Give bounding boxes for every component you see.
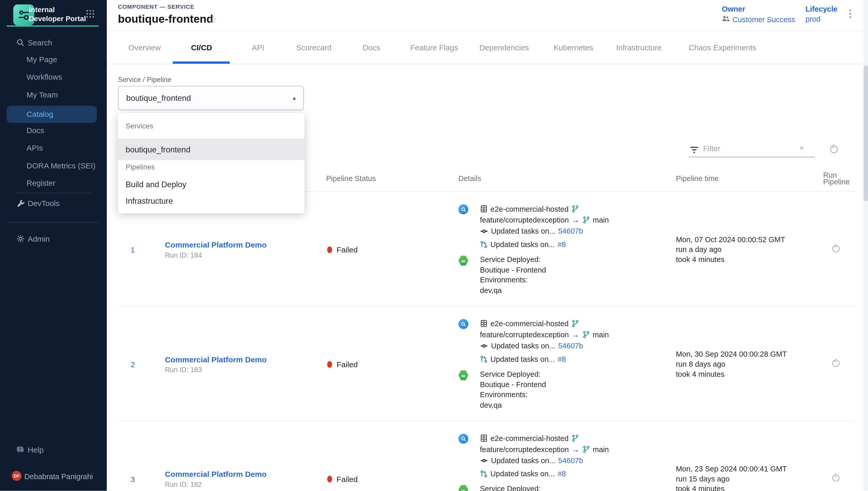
source-branch[interactable]: feature/corruptedexception — [480, 330, 569, 339]
branch-line: feature/corruptedexception → main — [480, 444, 676, 455]
status-text: Failed — [337, 360, 358, 369]
sidebar-item-dora-metrics[interactable]: DORA Metrics (SEI) — [0, 157, 107, 175]
run-index-link[interactable]: 2 — [118, 360, 165, 369]
run-index-link[interactable]: 1 — [118, 245, 165, 254]
deploy-label: Service Deployed: — [480, 484, 676, 491]
sidebar-item-devtools[interactable]: DevTools — [0, 195, 107, 212]
owner-label: Owner — [722, 5, 795, 13]
sidebar-item-register[interactable]: Register — [0, 174, 107, 192]
git-branch-icon — [571, 434, 579, 442]
arrow-right-icon: → — [571, 215, 579, 224]
repo-name[interactable]: e2e-commercial-hosted — [491, 434, 568, 442]
lifecycle-value: prod — [805, 15, 837, 23]
deploy-label: Service Deployed: — [480, 255, 676, 265]
tab-api[interactable]: API — [252, 43, 264, 52]
table-row: 2 Commercial Platform Demo Run ID: 183 F… — [118, 306, 856, 421]
git-branch-icon — [571, 319, 579, 327]
tab-feature-flags[interactable]: Feature Flags — [410, 43, 458, 52]
commit-hash-link[interactable]: 54607b — [558, 227, 583, 235]
pr-number-link[interactable]: #8 — [558, 240, 566, 248]
sidebar-item-catalog[interactable]: Catalog — [7, 106, 97, 123]
brand-title: Internal Developer Portal — [29, 5, 88, 23]
commit-hash-link[interactable]: 54607b — [558, 341, 583, 350]
status-cell: Failed — [326, 474, 458, 483]
favorite-star-icon[interactable]: ☆ — [209, 14, 217, 26]
rerun-pipeline-icon[interactable] — [831, 358, 841, 370]
run-index-link[interactable]: 3 — [118, 474, 165, 483]
filter-icon — [690, 146, 699, 156]
sidebar-item-workflows[interactable]: Workflows — [0, 68, 107, 86]
kebab-menu-icon[interactable] — [846, 9, 854, 21]
sidebar-divider — [15, 193, 91, 193]
sidebar-item-my-page[interactable]: My Page — [0, 50, 107, 68]
main-content: COMPONENT — SERVICE boutique-frontend ☆ … — [107, 0, 868, 491]
repo-name[interactable]: e2e-commercial-hosted — [491, 205, 568, 213]
commit-message: Updated tasks on... — [491, 456, 555, 464]
target-branch[interactable]: main — [593, 330, 609, 339]
pipeline-name-link[interactable]: Commercial Platform Demo — [165, 469, 326, 478]
people-icon — [722, 15, 730, 24]
tab-docs[interactable]: Docs — [363, 43, 380, 52]
sidebar-item-apis[interactable]: APIs — [0, 139, 107, 157]
tab-chaos-experiments[interactable]: Chaos Experiments — [689, 43, 756, 52]
run-ago: run a day ago — [676, 244, 823, 255]
rerun-pipeline-icon[interactable] — [831, 473, 841, 485]
failed-status-dot — [327, 475, 332, 482]
sidebar-item-help[interactable]: ? Help — [0, 441, 107, 459]
user-name[interactable]: Debabrata Panigrahi — [25, 472, 93, 481]
entity-kind-label: COMPONENT — SERVICE — [118, 3, 194, 10]
rerun-pipeline-icon[interactable] — [831, 243, 841, 256]
git-branch-icon — [571, 205, 579, 213]
tab-kubernetes[interactable]: Kubernetes — [554, 43, 593, 52]
target-branch[interactable]: main — [593, 216, 609, 224]
header-divider — [107, 30, 868, 31]
tab-overview[interactable]: Overview — [128, 43, 160, 52]
pipeline-name-cell: Commercial Platform Demo Run ID: 184 — [165, 240, 326, 259]
repo-name[interactable]: e2e-commercial-hosted — [491, 319, 568, 327]
active-tab-underline — [173, 61, 229, 63]
pipeline-name-link[interactable]: Commercial Platform Demo — [165, 240, 326, 249]
refresh-icon[interactable] — [829, 144, 839, 156]
scrollbar-thumb[interactable] — [864, 65, 868, 201]
sidebar-item-docs[interactable]: Docs — [0, 121, 107, 139]
filter-field[interactable]: Filter × — [689, 141, 832, 159]
environments-label: Environments: — [480, 276, 676, 286]
status-cell: Failed — [326, 245, 458, 254]
header-run-pipeline: Run Pipeline — [823, 172, 856, 185]
pr-number-link[interactable]: #8 — [558, 355, 566, 363]
pr-number-link[interactable]: #8 — [558, 469, 566, 478]
cd-stage-icon: ∞ — [459, 484, 480, 491]
menu-option-infrastructure[interactable]: Infrastructure — [118, 191, 305, 212]
source-branch[interactable]: feature/corruptedexception — [480, 445, 569, 453]
pipeline-select[interactable]: boutique_frontend ▲ — [118, 86, 304, 110]
sidebar-item-admin[interactable]: Admin — [0, 230, 107, 248]
commit-message: Updated tasks on... — [491, 341, 555, 350]
sidebar-item-search[interactable]: Search — [0, 34, 107, 52]
source-branch[interactable]: feature/corruptedexception — [480, 216, 569, 224]
repo-line: e2e-commercial-hosted — [480, 203, 676, 214]
menu-option-boutique-frontend[interactable]: boutique_frontend — [118, 139, 305, 160]
pull-request-icon — [480, 469, 488, 478]
branch-line: feature/corruptedexception → main — [480, 329, 676, 340]
run-ago: run 8 days ago — [676, 359, 823, 369]
commit-hash-link[interactable]: 54607b — [558, 456, 583, 464]
tab-scorecard[interactable]: Scorecard — [296, 43, 332, 52]
header-pipeline-time: Pipeline time — [676, 175, 823, 183]
owner-value[interactable]: Customer Success — [722, 15, 795, 24]
tab-infrastructure[interactable]: Infrastructure — [616, 43, 662, 52]
pipeline-time-cell: Mon, 30 Sep 2024 00:00:28 GMT run 8 days… — [676, 349, 823, 379]
repository-icon — [480, 205, 488, 213]
target-branch[interactable]: main — [593, 445, 609, 453]
gear-icon — [16, 234, 26, 243]
clear-filter-icon[interactable]: × — [800, 143, 804, 152]
pipeline-name-link[interactable]: Commercial Platform Demo — [165, 355, 326, 364]
run-date: Mon, 07 Oct 2024 00:00:52 GMT — [676, 235, 823, 245]
tab-cicd[interactable]: CI/CD — [191, 43, 212, 52]
user-avatar[interactable]: DP — [11, 471, 22, 481]
app-grid-icon[interactable] — [85, 9, 95, 21]
run-pipeline-cell — [823, 243, 856, 256]
page-title: boutique-frontend — [118, 12, 213, 25]
pull-request-icon — [480, 240, 488, 248]
sidebar-item-my-team[interactable]: My Team — [0, 86, 107, 104]
tab-dependencies[interactable]: Dependencies — [479, 43, 529, 52]
